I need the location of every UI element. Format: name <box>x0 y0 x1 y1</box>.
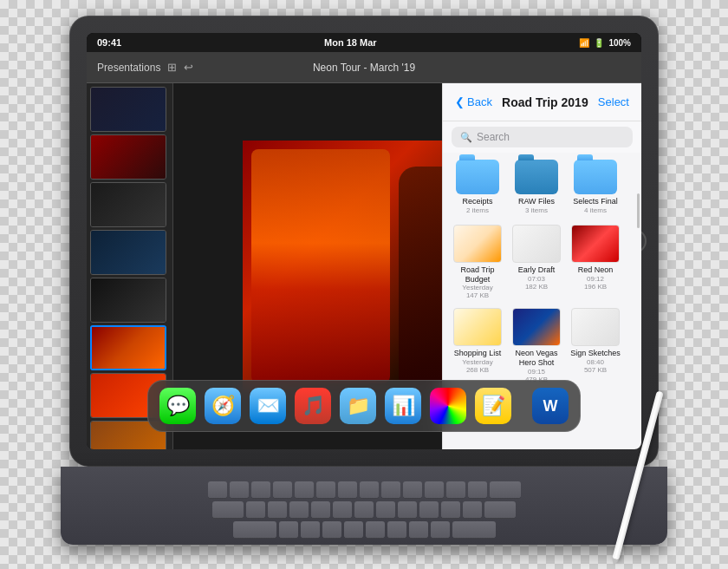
battery-icon: 🔋 <box>594 38 604 48</box>
key[interactable] <box>441 501 460 519</box>
dock-word-icon[interactable]: W <box>532 388 569 424</box>
file-meta-road-trip: Yesterday <box>462 284 492 291</box>
key[interactable] <box>333 501 352 519</box>
keyboard <box>61 467 667 545</box>
status-bar: 09:41 Mon 18 Mar 📶 🔋 100% <box>87 33 641 52</box>
dock-notes-icon[interactable]: 📝 <box>475 388 511 424</box>
dock: 💬 🧭 ✉️ 🎵 📁 📊 📝 W <box>147 380 581 432</box>
file-thumb-hero <box>512 308 561 346</box>
files-select-button[interactable]: Select <box>598 95 629 108</box>
files-back-button[interactable]: ❮ Back <box>455 95 492 108</box>
file-shopping-list[interactable]: Shopping List Yesterday 268 KB <box>452 308 504 383</box>
slide-thumb-3[interactable] <box>90 182 166 227</box>
dock-safari-icon[interactable]: 🧭 <box>205 388 241 424</box>
dock-files-icon[interactable]: 📁 <box>340 388 376 424</box>
status-day: Mon 18 Mar <box>324 37 377 48</box>
key[interactable] <box>268 501 287 519</box>
file-size-shopping: 268 KB <box>466 366 489 374</box>
key[interactable] <box>338 481 357 499</box>
key[interactable] <box>484 501 516 519</box>
slide-thumb-5[interactable] <box>90 278 166 323</box>
key[interactable] <box>273 481 292 499</box>
folder-icon-receipts <box>456 160 499 194</box>
dock-mail-icon[interactable]: ✉️ <box>250 388 286 424</box>
folder-raw-files[interactable]: RAW Files 3 items <box>510 160 562 214</box>
key[interactable] <box>463 501 482 519</box>
file-sign-sketches[interactable]: Sign Sketches 08:40 507 KB <box>569 308 621 383</box>
folder-count-receipts: 2 items <box>466 206 489 214</box>
key[interactable] <box>403 481 422 499</box>
key[interactable] <box>366 521 385 539</box>
slide-thumb-2[interactable] <box>90 134 166 180</box>
key[interactable] <box>409 521 428 539</box>
grid-icon[interactable]: ⊞ <box>167 61 177 74</box>
file-size-sketches: 507 KB <box>584 366 607 374</box>
file-meta-red-neon: 09:12 <box>587 275 604 283</box>
slide-title: Neon Tour - March '19 <box>313 62 415 74</box>
key[interactable] <box>301 521 320 539</box>
key[interactable] <box>322 521 341 539</box>
key[interactable] <box>360 481 379 499</box>
key[interactable] <box>431 521 450 539</box>
key[interactable] <box>212 501 244 519</box>
key[interactable] <box>246 501 265 519</box>
device-wrapper: 09:41 Mon 18 Mar 📶 🔋 100% Presentations … <box>35 16 693 553</box>
file-meta-sketches: 08:40 <box>587 358 604 366</box>
file-thumb-shopping <box>453 308 502 346</box>
key[interactable] <box>316 481 335 499</box>
file-size-road-trip: 147 KB <box>466 291 489 299</box>
search-bar[interactable]: 🔍 Search <box>452 127 633 147</box>
slide-thumb-4[interactable] <box>90 230 166 275</box>
dock-photos-icon[interactable] <box>430 388 466 424</box>
key[interactable] <box>419 501 439 519</box>
status-right: 📶 🔋 100% <box>579 38 631 48</box>
key[interactable] <box>279 521 298 539</box>
key[interactable] <box>311 501 330 519</box>
files-row-1: Road Trip Budget Yesterday 147 KB Early … <box>452 225 633 300</box>
file-hero-shot[interactable]: Neon Vegas Hero Shot 09:15 479 KB <box>510 308 562 383</box>
key[interactable] <box>344 521 363 539</box>
folder-selects[interactable]: Selects Final 4 items <box>569 160 621 214</box>
key[interactable] <box>354 501 374 519</box>
key[interactable] <box>289 501 309 519</box>
folder-name-raw: RAW Files <box>518 197 555 206</box>
key[interactable] <box>490 481 521 499</box>
file-size-draft: 182 KB <box>525 283 548 291</box>
undo-icon[interactable]: ↩ <box>184 61 193 74</box>
toolbar-left: Presentations ⊞ ↩ <box>97 61 184 74</box>
key[interactable] <box>230 481 249 499</box>
key[interactable] <box>387 521 406 539</box>
dock-music-icon[interactable]: 🎵 <box>295 388 331 424</box>
file-meta-shopping: Yesterday <box>462 358 492 366</box>
file-name-red-neon: Red Neon <box>578 265 614 275</box>
key[interactable] <box>381 481 400 499</box>
file-red-neon[interactable]: Red Neon 09:12 196 KB <box>569 225 621 300</box>
folder-receipts[interactable]: Receipts 2 items <box>452 160 504 214</box>
file-early-draft[interactable]: Early Draft 07:03 182 KB <box>510 225 562 300</box>
key[interactable] <box>251 481 270 499</box>
presentations-label[interactable]: Presentations <box>97 62 160 74</box>
dock-keynote-icon[interactable]: 📊 <box>385 388 421 424</box>
key[interactable] <box>208 481 227 499</box>
key[interactable] <box>425 481 444 499</box>
file-meta-draft: 07:03 <box>528 275 545 283</box>
slide-thumb-1[interactable] <box>90 87 166 132</box>
key[interactable] <box>468 481 487 499</box>
keynote-toolbar: Presentations ⊞ ↩ Neon Tour - March '19 <box>87 52 641 83</box>
key[interactable] <box>295 481 314 499</box>
search-icon: 🔍 <box>460 132 472 143</box>
folder-count-selects: 4 items <box>584 206 607 214</box>
key[interactable] <box>376 501 395 519</box>
file-road-trip-budget[interactable]: Road Trip Budget Yesterday 147 KB <box>452 225 504 300</box>
neon-sign <box>251 149 390 383</box>
files-row-2: Shopping List Yesterday 268 KB Neon Vega… <box>452 308 633 383</box>
folder-icon-selects <box>574 160 617 194</box>
key[interactable] <box>233 521 276 539</box>
key[interactable] <box>398 501 417 519</box>
slide-thumb-6[interactable] <box>90 325 166 370</box>
key[interactable] <box>446 481 465 499</box>
wifi-icon: 📶 <box>579 38 589 48</box>
dock-messages-icon[interactable]: 💬 <box>159 388 196 424</box>
key[interactable] <box>452 521 496 539</box>
folder-name-selects: Selects Final <box>573 197 618 206</box>
